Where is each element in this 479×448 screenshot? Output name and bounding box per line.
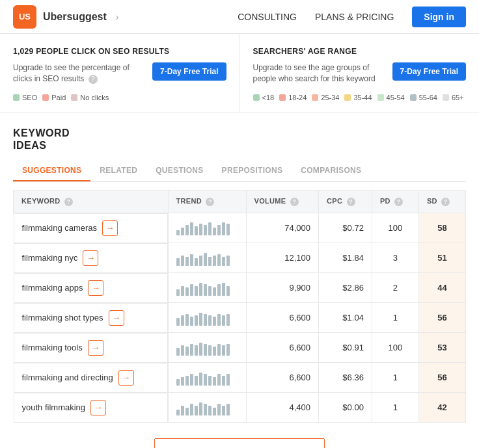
keyword-arrow-button[interactable]: → (102, 220, 118, 236)
mini-bar (217, 404, 221, 415)
tab-related[interactable]: RELATED (90, 161, 146, 181)
legend-paid-label: Paid (51, 94, 66, 101)
keyword-arrow-button[interactable]: → (88, 340, 103, 356)
legend-age-2534-dot (312, 94, 318, 101)
nav-plans[interactable]: PLANS & PRICING (315, 12, 394, 22)
legend-age-1824: 18-24 (279, 94, 307, 101)
mini-chart (176, 220, 238, 235)
tab-questions[interactable]: QUESTIONS (146, 161, 212, 181)
legend-age-1824-dot (279, 94, 286, 101)
keyword-arrow-button[interactable]: → (83, 250, 98, 266)
clicks-panel: 1,029 PEOPLE CLICK ON SEO RESULTS Upgrad… (0, 34, 240, 112)
cell-volume: 6,600 (246, 303, 318, 333)
mini-bar (226, 314, 230, 326)
keyword-ideas-title: KEYWORD IDEAS (13, 127, 70, 152)
cell-sd: 44 (418, 273, 465, 303)
legend-age-3544-dot (344, 94, 351, 101)
keyword-table: KEYWORD ? TREND ? VOLUME ? CPC ? PD ? (13, 190, 466, 423)
tab-comparisons[interactable]: COMPARISONS (292, 161, 370, 181)
keyword-arrow-button[interactable]: → (88, 280, 103, 296)
legend-age-u18: <18 (253, 94, 275, 101)
tab-prepositions[interactable]: PREPOSITIONS (213, 161, 292, 181)
clicks-trial-button[interactable]: 7-Day Free Trial (152, 62, 226, 81)
legend-age-4554: 45-54 (377, 94, 405, 101)
keyword-arrow-button[interactable]: → (109, 310, 124, 326)
clicks-help-icon: ? (89, 75, 98, 84)
brand-arrow-icon: › (116, 12, 119, 22)
age-trial-button[interactable]: 7-Day Free Trial (392, 62, 466, 81)
cell-volume: 74,000 (246, 213, 318, 243)
age-title: SEARCHERS' AGE RANGE (253, 47, 467, 56)
cell-keyword: filmmaking and directing→ (14, 363, 168, 393)
keyword-text: filmmaking and directing (22, 373, 113, 382)
mini-bar (208, 286, 212, 296)
mini-bar (185, 257, 189, 265)
header: US Ubersuggest › CONSULTING PLANS & PRIC… (0, 0, 479, 34)
mini-chart (176, 400, 238, 415)
cell-trend (168, 213, 246, 243)
age-panel: SEARCHERS' AGE RANGE Upgrade to see the … (240, 34, 480, 112)
mini-bar (176, 410, 180, 415)
legend-noclicks: No clicks (71, 94, 109, 101)
mini-bar (181, 256, 184, 266)
mini-chart (176, 370, 238, 386)
legend-age-5564-label: 55-64 (419, 94, 437, 101)
mini-bar (176, 230, 180, 235)
cell-pd: 100 (372, 333, 418, 363)
keyword-arrow-button[interactable]: → (118, 370, 134, 386)
legend-age-2534-label: 25-34 (321, 94, 339, 101)
mini-bar (199, 256, 202, 266)
legend-noclicks-label: No clicks (80, 94, 109, 101)
mini-bar (213, 256, 216, 266)
legend-age-u18-label: <18 (262, 94, 275, 101)
cell-keyword: filmmaking nyc→ (14, 243, 168, 273)
cell-pd: 1 (372, 393, 418, 423)
mini-bar (217, 254, 221, 266)
cell-pd: 100 (372, 213, 418, 243)
view-all-button[interactable]: VIEW ALL KEYWORD IDEAS (154, 438, 324, 448)
mini-bar (208, 406, 212, 415)
legend-age-3544: 35-44 (344, 94, 372, 101)
cpc-help-icon: ? (347, 198, 355, 206)
mini-bar (222, 257, 225, 265)
legend-age-65plus: 65+ (443, 94, 464, 101)
cell-keyword: youth filmmaking→ (14, 393, 168, 423)
mini-bar (208, 345, 212, 356)
mini-bar (195, 376, 198, 386)
table-row: filmmaking and directing→6,600$6.36156 (14, 363, 466, 393)
clicks-upgrade-box: Upgrade to see the percentage of clicks … (13, 62, 226, 85)
th-volume: VOLUME ? (246, 190, 318, 213)
mini-bar (213, 228, 216, 235)
keyword-text: filmmaking cameras (22, 223, 98, 233)
mini-bar (217, 314, 221, 326)
mini-bar (213, 347, 216, 356)
mini-bar (199, 313, 202, 326)
mini-bar (222, 406, 225, 415)
mini-bar (204, 344, 207, 356)
mini-bar (176, 289, 180, 296)
mini-bar (217, 225, 221, 235)
tab-suggestions[interactable]: SUGGESTIONS (13, 161, 90, 181)
header-left: US Ubersuggest › (13, 5, 118, 29)
nav-consulting[interactable]: CONSULTING (238, 12, 297, 22)
mini-chart (176, 250, 238, 266)
mini-bar (213, 317, 216, 325)
mini-bar (190, 222, 193, 235)
mini-chart (176, 280, 238, 296)
mini-bar (222, 222, 225, 235)
mini-bar (226, 344, 230, 356)
signin-button[interactable]: Sign in (412, 7, 466, 27)
sd-help-icon: ? (441, 198, 450, 206)
cell-pd: 1 (372, 363, 418, 393)
mini-bar (185, 408, 189, 415)
trend-help-icon: ? (206, 198, 214, 206)
cell-sd: 56 (418, 303, 465, 333)
th-keyword: KEYWORD ? (14, 190, 169, 213)
mini-bar (204, 314, 207, 326)
legend-noclicks-dot (71, 94, 77, 101)
mini-bar (190, 374, 193, 386)
th-trend: TREND ? (168, 190, 246, 213)
mini-bar (222, 345, 225, 356)
mini-bar (226, 256, 230, 266)
keyword-arrow-button[interactable]: → (90, 400, 106, 415)
